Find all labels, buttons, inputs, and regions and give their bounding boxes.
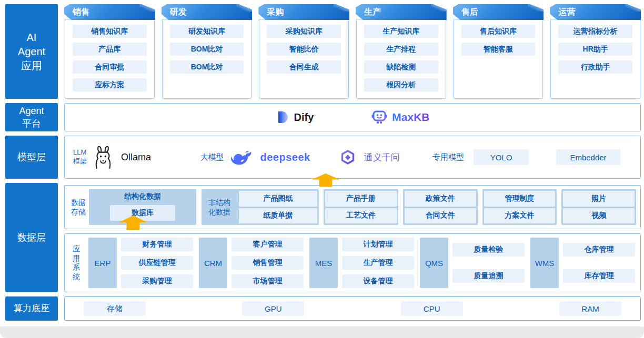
card-pill: 合同生成 [267, 60, 341, 74]
module-pill: 生产管理 [342, 256, 414, 270]
card-pill: 生产知识库 [364, 25, 438, 38]
card-pill: 运营指标分析 [558, 25, 632, 38]
dify-brand: Dify [276, 110, 314, 124]
maxkb-brand: MaxKB [371, 110, 429, 125]
card-sales: 销售 销售知识库 产品库 合同审批 应标方案 [64, 4, 155, 99]
doc-pill: 产品手册 [325, 191, 397, 207]
doc-pill: 视频 [563, 208, 635, 224]
doc-pill: 方案文件 [484, 208, 556, 224]
unstructured-data-area: 非结构 化数据 产品图纸 纸质单据 产品手册 工艺文件 政策文件 合同文件 管理… [202, 189, 636, 225]
doc-pill: 产品图纸 [239, 191, 317, 207]
card-production-body: 生产知识库 生产排程 缺陷检测 根因分析 [356, 19, 446, 99]
wms-group: WMS 仓库管理 库存管理 [530, 238, 635, 288]
card-procurement: 采购 采购知识库 智能比价 合同生成 [258, 4, 349, 99]
unstructured-group: 政策文件 合同文件 [403, 189, 478, 225]
card-pill: 应标方案 [73, 78, 147, 91]
card-pill: 采购知识库 [267, 25, 341, 38]
doc-pill: 合同文件 [405, 208, 476, 224]
card-pill: 缺陷检测 [364, 60, 438, 74]
unstructured-group: 非结构 化数据 产品图纸 纸质单据 [202, 189, 319, 225]
embedder-pill: Embedder [556, 149, 620, 165]
doc-pill: 工艺文件 [325, 208, 397, 224]
module-pill: 库存管理 [563, 269, 635, 283]
card-production-header: 生产 [356, 4, 447, 20]
ollama-label: Ollama [121, 152, 151, 163]
big-model-label: 大模型 [200, 152, 224, 162]
module-pill: 供应链管理 [121, 256, 193, 270]
card-pill: 智能比价 [267, 43, 341, 56]
module-pill: 质量追溯 [452, 269, 525, 283]
module-pill: 质量检验 [452, 243, 525, 257]
doc-pill: 照片 [563, 191, 635, 207]
card-sales-header: 销售 [64, 4, 155, 20]
doc-pill: 纸质单据 [239, 208, 317, 224]
module-pill: 仓库管理 [563, 243, 635, 257]
card-operations: 运营 运营指标分析 HR助手 行政助手 [550, 4, 641, 99]
module-pill: 计划管理 [342, 238, 414, 251]
card-procurement-header: 采购 [258, 4, 349, 20]
card-aftersales-header: 售后 [453, 4, 544, 20]
rail-compute-base: 算力底座 [5, 296, 58, 321]
llm-framework-label: LLM 框架 [73, 148, 87, 166]
card-pill: 智能客服 [461, 43, 536, 56]
card-pill: HR助手 [558, 43, 632, 56]
module-pill: 采购管理 [121, 274, 193, 288]
qms-group: QMS 质量检验 质量追溯 [420, 238, 525, 288]
card-aftersales-body: 售后知识库 智能客服 [454, 19, 544, 99]
card-rnd-body: 研发知识库 BOM比对 BOM比对 [162, 19, 252, 99]
yolo-pill: YOLO [474, 149, 529, 165]
unstructured-group: 产品手册 工艺文件 [324, 189, 398, 225]
card-aftersales: 售后 售后知识库 智能客服 [453, 4, 544, 99]
rail-ai-agent-apps: AI Agent 应用 [5, 4, 58, 99]
ram-pill: RAM [559, 301, 621, 316]
doc-pill: 政策文件 [405, 191, 476, 207]
compute-base-box: 存储 GPU CPU RAM [64, 296, 641, 321]
unstructured-group: 照片 视频 [561, 189, 636, 225]
module-pill: 销售管理 [232, 256, 304, 270]
crm-group: CRM 客户管理 销售管理 市场管理 [199, 238, 304, 288]
gpu-pill: GPU [242, 301, 304, 316]
card-sales-body: 销售知识库 产品库 合同审批 应标方案 [65, 19, 155, 99]
cpu-pill: CPU [401, 301, 463, 316]
card-pill: 售后知识库 [461, 25, 536, 38]
maxkb-robot-icon [371, 110, 387, 125]
card-pill: 合同审批 [73, 60, 147, 74]
card-rnd-header: 研发 [162, 4, 253, 20]
card-pill: 产品库 [73, 43, 147, 56]
qms-name-block: QMS [420, 238, 448, 288]
qwen-label: 通义千问 [364, 151, 400, 163]
card-pill: BOM比对 [170, 43, 244, 56]
ollama-llama-icon [93, 145, 113, 169]
agent-app-cards-row: 销售 销售知识库 产品库 合同审批 应标方案 研发 研发知识库 BOM比对 BO… [64, 4, 641, 99]
doc-pill: 管理制度 [484, 191, 556, 207]
data-storage-box: 数据 存储 结构化数据 数据库 非结构 化数据 产品图纸 纸质单据 产品手册 工… [64, 185, 641, 229]
card-pill: 生产排程 [364, 43, 438, 56]
card-rnd: 研发 研发知识库 BOM比对 BOM比对 [162, 4, 253, 99]
module-pill: 设备管理 [342, 274, 414, 288]
qwen-brand: 通义千问 [340, 150, 400, 165]
data-storage-label: 数据 存储 [71, 198, 86, 217]
module-pill: 客户管理 [232, 238, 304, 251]
erp-name-block: ERP [88, 238, 117, 288]
rail-data-layer: 数据层 [5, 183, 58, 292]
unstructured-group: 管理制度 方案文件 [482, 189, 557, 225]
ollama-brand: Ollama [93, 145, 151, 169]
deepseek-label: deepseek [260, 151, 310, 163]
structured-data-title: 结构化数据 [89, 189, 196, 203]
rail-model-layer: 模型层 [5, 136, 58, 179]
card-pill: 研发知识库 [170, 25, 244, 38]
model-layer-box: LLM 框架 Ollama [64, 136, 641, 179]
card-pill: BOM比对 [170, 60, 244, 74]
crm-name-block: CRM [199, 238, 227, 288]
card-procurement-body: 采购知识库 智能比价 合同生成 [259, 19, 349, 99]
agent-platform-box: Dify MaxKB [64, 103, 641, 131]
erp-group: ERP 财务管理 供应链管理 采购管理 [88, 238, 193, 288]
dify-logo-icon [276, 110, 289, 124]
qwen-knot-icon [340, 150, 355, 165]
mes-name-block: MES [309, 238, 338, 288]
rail-agent-platform: Agent 平台 [5, 103, 58, 131]
database-pill: 数据库 [110, 205, 175, 221]
card-operations-header: 运营 [550, 4, 641, 20]
card-operations-body: 运营指标分析 HR助手 行政助手 [550, 19, 640, 99]
card-pill: 销售知识库 [73, 25, 147, 38]
